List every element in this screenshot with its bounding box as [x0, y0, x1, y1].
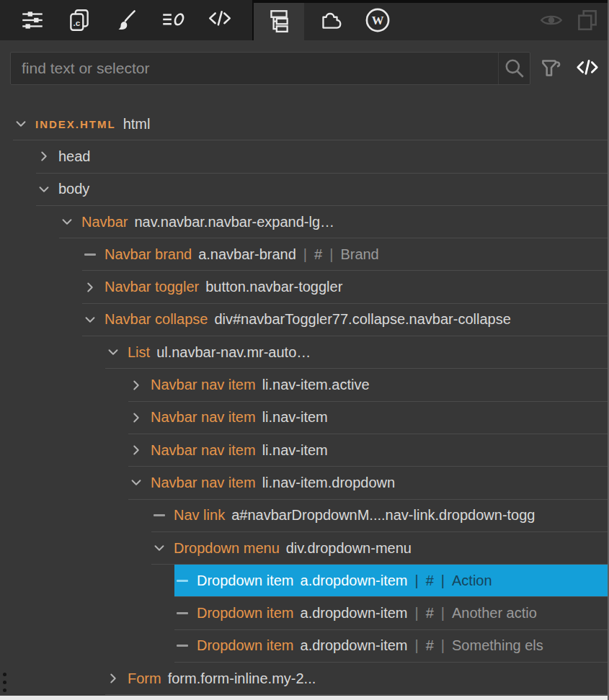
- element-text: Brand: [340, 246, 378, 263]
- brush-icon[interactable]: [112, 6, 141, 35]
- search-icon[interactable]: [498, 53, 530, 84]
- element-text: Another actio: [452, 605, 537, 622]
- element-selector: a.navbar-brand: [198, 246, 296, 263]
- element-selector: a.dropdown-item: [301, 573, 408, 589]
- tree-row[interactable]: Navbar brand a.navbar-brand | # | Brand: [0, 238, 608, 271]
- element-selector: a.dropdown-item: [301, 637, 408, 654]
- stylesheet-page-icon[interactable]: .c: [65, 6, 94, 35]
- svg-text:W: W: [372, 14, 384, 27]
- tree-row[interactable]: head: [0, 140, 608, 173]
- chevron-down-icon[interactable]: [59, 215, 75, 229]
- element-name: Navbar toggler: [105, 279, 199, 295]
- element-selector: button.navbar-toggler: [205, 279, 342, 295]
- element-selector: body: [58, 181, 89, 197]
- element-selector: div.dropdown-menu: [286, 540, 412, 557]
- outline-list-icon[interactable]: [159, 6, 187, 35]
- element-name: Nav link: [174, 507, 225, 524]
- leaf-dash-icon[interactable]: [174, 612, 190, 614]
- tree-row[interactable]: Navbar nav.navbar.navbar-expand-lg…: [0, 206, 608, 238]
- toolbar-top-strip: [252, 0, 608, 3]
- element-name: Navbar nav item: [151, 409, 256, 426]
- pipe-separator: |: [303, 246, 307, 263]
- chevron-down-icon[interactable]: [36, 182, 52, 197]
- element-attributes: | # | Another actio: [414, 605, 536, 622]
- element-selector: head: [58, 148, 91, 165]
- element-name: Navbar nav item: [151, 442, 256, 459]
- search-section: [0, 40, 608, 95]
- element-name: Dropdown item: [197, 605, 294, 622]
- pipe-separator: |: [414, 605, 418, 622]
- chevron-right-icon[interactable]: [105, 671, 121, 686]
- chevron-right-icon[interactable]: [128, 443, 144, 457]
- duplicate-icon[interactable]: [573, 6, 602, 35]
- wordpress-icon[interactable]: W: [363, 6, 392, 35]
- tree-row[interactable]: Dropdown item a.dropdown-item | # | Some…: [0, 630, 608, 663]
- element-selector: form.form-inline.my-2...: [168, 670, 316, 687]
- href-value: #: [426, 573, 434, 589]
- pipe-separator: |: [329, 246, 333, 263]
- tree-row[interactable]: Dropdown item a.dropdown-item | # | Acti…: [0, 565, 608, 597]
- tree-row[interactable]: Dropdown item a.dropdown-item | # | Anot…: [0, 597, 608, 629]
- leaf-dash-icon[interactable]: [174, 580, 190, 582]
- leaf-dash-icon[interactable]: [82, 253, 98, 256]
- pipe-separator: |: [441, 573, 445, 589]
- pipe-separator: |: [441, 605, 445, 622]
- filter-funnel-icon[interactable]: [535, 52, 566, 85]
- pipe-separator: |: [441, 637, 445, 654]
- bottom-edge-strip: [0, 696, 609, 700]
- pipe-separator: |: [414, 573, 418, 589]
- tree-icon: [265, 6, 293, 35]
- document-label: INDEX.HTML: [35, 118, 116, 130]
- tree-row[interactable]: Navbar toggler button.navbar-toggler: [0, 271, 608, 303]
- tree-row[interactable]: Dropdown menu div.dropdown-menu: [0, 532, 608, 565]
- tree-row[interactable]: body: [0, 174, 608, 206]
- tree-row[interactable]: INDEX.HTML html: [0, 108, 608, 140]
- chevron-right-icon[interactable]: [128, 410, 144, 425]
- element-name: List: [128, 344, 150, 361]
- panel-mode-icons: .c: [0, 0, 254, 40]
- tab-tree[interactable]: [254, 0, 304, 40]
- element-name: Dropdown item: [197, 637, 294, 654]
- addon-tabs: W: [304, 0, 537, 40]
- element-name: Navbar collapse: [105, 311, 208, 328]
- chevron-down-icon[interactable]: [13, 117, 29, 131]
- element-selector: nav.navbar.navbar-expand-lg…: [134, 214, 334, 230]
- code-icon[interactable]: [205, 6, 234, 35]
- tree-row[interactable]: Form form.form-inline.my-2...: [0, 663, 608, 695]
- element-name: Navbar nav item: [151, 475, 256, 491]
- chevron-down-icon[interactable]: [82, 313, 98, 327]
- element-selector: a.dropdown-item: [301, 605, 408, 622]
- chevron-down-icon[interactable]: [151, 541, 167, 555]
- tree-row[interactable]: Navbar nav item li.nav-item.active: [0, 369, 608, 401]
- element-name: Navbar brand: [105, 246, 192, 263]
- href-value: #: [314, 246, 322, 263]
- chevron-right-icon[interactable]: [36, 149, 52, 163]
- leaf-dash-icon[interactable]: [151, 514, 167, 516]
- tree-row[interactable]: List ul.navbar-nav.mr-auto…: [0, 336, 608, 369]
- chevron-right-icon[interactable]: [128, 378, 144, 392]
- pipe-separator: |: [414, 637, 418, 654]
- href-value: #: [426, 605, 434, 622]
- element-attributes: | # | Brand: [303, 246, 379, 263]
- puzzle-icon[interactable]: [316, 6, 344, 35]
- code-view-icon[interactable]: [571, 52, 604, 85]
- tree-row[interactable]: Nav link a#navbarDropdownM....nav-link.d…: [0, 500, 608, 532]
- eye-icon[interactable]: [537, 6, 566, 35]
- chevron-right-icon[interactable]: [82, 280, 98, 295]
- element-name: Form: [128, 670, 161, 687]
- tree-row[interactable]: Navbar nav item li.nav-item.dropdown: [0, 467, 608, 499]
- tree-row[interactable]: Navbar nav item li.nav-item: [0, 434, 608, 467]
- tree-row[interactable]: Navbar nav item li.nav-item: [0, 402, 608, 434]
- tree-row[interactable]: Navbar collapse div#navbarToggler77.coll…: [0, 304, 608, 336]
- element-name: Dropdown menu: [174, 540, 280, 557]
- leaf-dash-icon[interactable]: [174, 645, 190, 647]
- element-attributes: | # | Something els: [414, 637, 543, 654]
- search-input[interactable]: [10, 52, 530, 85]
- element-name: Dropdown item: [197, 573, 294, 589]
- panel-grip-handle[interactable]: [3, 673, 6, 692]
- chevron-down-icon[interactable]: [105, 345, 121, 359]
- element-selector: ul.navbar-nav.mr-auto…: [156, 344, 311, 361]
- chevron-down-icon[interactable]: [128, 475, 144, 490]
- settings-sliders-icon[interactable]: [18, 6, 47, 35]
- element-name: Navbar: [81, 214, 128, 230]
